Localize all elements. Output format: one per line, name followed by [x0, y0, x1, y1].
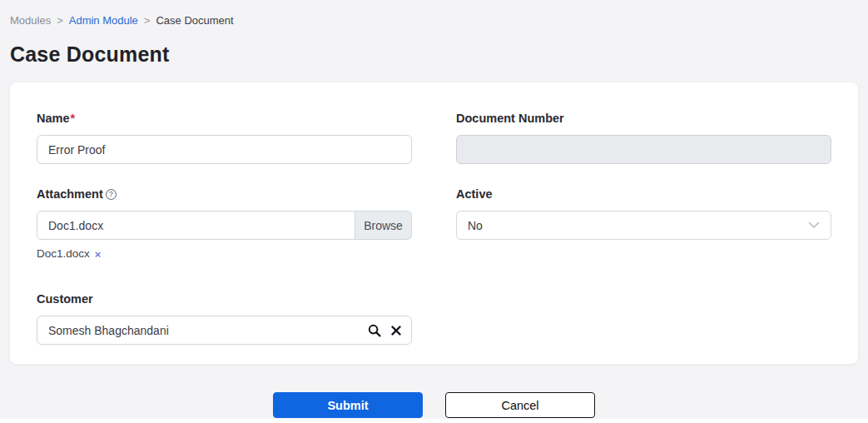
name-field-group: Name* [37, 112, 412, 164]
form-left-column: Name* Attachment ? Browse Doc1.docx × [37, 112, 412, 369]
active-field-group: Active No [456, 188, 831, 240]
name-label: Name* [37, 112, 412, 125]
case-document-form-card: Name* Attachment ? Browse Doc1.docx × [10, 82, 858, 364]
active-selected-value: No [468, 219, 483, 232]
document-number-field-group: Document Number [456, 112, 831, 164]
document-number-label: Document Number [456, 112, 831, 125]
attachment-input-group: Browse [37, 211, 412, 240]
page-title: Case Document [10, 42, 858, 66]
browse-button[interactable]: Browse [355, 211, 412, 240]
file-remove-icon[interactable]: × [95, 248, 102, 261]
breadcrumb-separator: > [144, 14, 151, 27]
name-input[interactable] [37, 135, 412, 164]
attachment-label-text: Attachment [37, 188, 103, 201]
form-actions: Submit Cancel [10, 392, 858, 418]
submit-button[interactable]: Submit [273, 392, 423, 418]
footer-strip [0, 419, 868, 423]
cancel-button[interactable]: Cancel [445, 392, 595, 418]
active-select[interactable]: No [456, 211, 831, 240]
customer-lookup-icons [368, 316, 401, 345]
info-icon[interactable]: ? [106, 189, 117, 200]
required-asterisk: * [71, 112, 76, 125]
clear-icon[interactable] [391, 326, 401, 336]
attachment-field-group: Attachment ? Browse Doc1.docx × [37, 188, 412, 261]
customer-input[interactable] [37, 316, 412, 345]
chevron-down-icon [808, 221, 820, 229]
customer-label: Customer [37, 293, 412, 306]
breadcrumb-item-admin-module[interactable]: Admin Module [69, 14, 138, 27]
breadcrumb-item-case-document: Case Document [156, 14, 233, 27]
attachment-label: Attachment ? [37, 188, 412, 201]
breadcrumb-item-modules[interactable]: Modules [10, 14, 51, 27]
breadcrumb: Modules > Admin Module > Case Document [10, 0, 858, 27]
customer-lookup [37, 316, 412, 345]
attachment-file-name: Doc1.docx [37, 247, 90, 260]
attachment-file-chip: Doc1.docx × [37, 246, 412, 261]
breadcrumb-separator: > [57, 14, 63, 27]
page: Modules > Admin Module > Case Document C… [0, 0, 868, 418]
attachment-input[interactable] [37, 211, 355, 240]
form-right-column: Document Number Active No [456, 112, 831, 369]
search-icon[interactable] [368, 324, 381, 337]
active-label: Active [456, 188, 831, 201]
document-number-input [456, 135, 831, 164]
name-label-text: Name [37, 112, 70, 125]
customer-field-group: Customer [37, 293, 412, 345]
